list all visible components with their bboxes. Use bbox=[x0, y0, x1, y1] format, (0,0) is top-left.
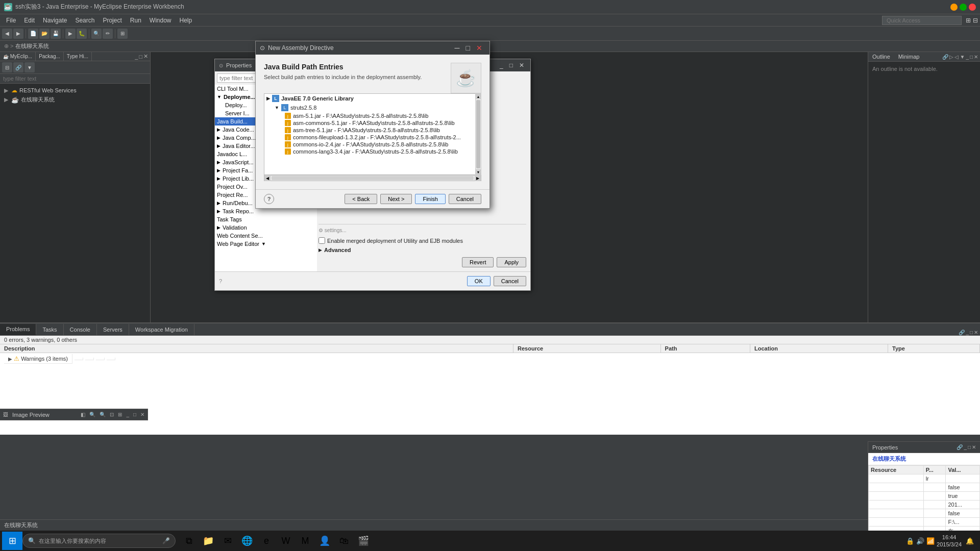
tb-new[interactable]: 📄 bbox=[28, 29, 38, 39]
assembly-help-btn[interactable]: ? bbox=[264, 194, 274, 204]
tb-search[interactable]: 🔍 bbox=[91, 29, 102, 39]
tray-volume-icon[interactable]: 🔊 bbox=[916, 537, 924, 545]
tab-minimap[interactable]: Minimap bbox=[894, 52, 924, 61]
tb-open[interactable]: 📂 bbox=[39, 29, 50, 39]
tb-back[interactable]: ◀ bbox=[2, 29, 12, 39]
link-editor-btn[interactable]: 🔗 bbox=[13, 62, 23, 72]
cancel-assembly-button[interactable]: Cancel bbox=[449, 194, 481, 204]
props-close-btn[interactable]: ✕ bbox=[972, 444, 976, 450]
assembly-minimize-btn[interactable]: ─ bbox=[452, 44, 463, 52]
assembly-maximize-btn[interactable]: □ bbox=[463, 44, 473, 52]
menu-icon-1[interactable]: ⊞ bbox=[966, 17, 971, 24]
apply-button[interactable]: Apply bbox=[497, 257, 526, 267]
taskbar-item-fe[interactable]: 📁 bbox=[199, 532, 217, 550]
properties-close-btn[interactable]: ✕ bbox=[517, 62, 526, 69]
ok-button[interactable]: OK bbox=[467, 276, 491, 286]
ip-btn2[interactable]: 🔍 bbox=[89, 412, 95, 417]
ip-btn1[interactable]: ◧ bbox=[81, 412, 85, 417]
prop-tree-web-page[interactable]: Web Page Editor ▼ bbox=[215, 240, 317, 248]
tb-save[interactable]: 💾 bbox=[51, 29, 61, 39]
tab-problems[interactable]: Problems bbox=[0, 324, 36, 335]
tray-wifi-icon[interactable]: 📶 bbox=[926, 537, 935, 545]
tb-run[interactable]: ▶ bbox=[65, 29, 76, 39]
properties-maximize-btn[interactable]: □ bbox=[507, 62, 515, 69]
start-button[interactable]: ⊞ bbox=[2, 532, 22, 550]
props-maximize-btn[interactable]: □ bbox=[968, 444, 971, 450]
prop-tree-task-tags[interactable]: Task Tags bbox=[215, 215, 317, 223]
taskbar-search[interactable]: 🔍 在这里输入你要搜索的内容 🎤 bbox=[22, 534, 176, 548]
tb-debug[interactable]: 🐛 bbox=[77, 29, 87, 39]
breadcrumb-item-1[interactable]: 在线聊天系统 bbox=[15, 42, 49, 50]
back-button[interactable]: < Back bbox=[345, 194, 377, 204]
menu-window[interactable]: Window bbox=[145, 16, 176, 25]
tab-typehierarchy[interactable]: Type Hi... bbox=[64, 52, 92, 61]
scroll-up-btn[interactable]: ▲ bbox=[476, 94, 481, 99]
next-button[interactable]: Next > bbox=[380, 194, 412, 204]
window-controls[interactable] bbox=[950, 4, 976, 11]
taskbar-item-ie[interactable]: e bbox=[257, 532, 276, 550]
panel-minimize-btn[interactable]: _ bbox=[135, 54, 138, 60]
quick-access-input[interactable] bbox=[882, 16, 962, 25]
menu-file[interactable]: File bbox=[2, 16, 20, 25]
horiz-scroll-right-btn[interactable]: ▶ bbox=[475, 175, 481, 181]
menu-icon-2[interactable]: ⊟ bbox=[973, 17, 978, 24]
menu-edit[interactable]: Edit bbox=[20, 16, 39, 25]
prop-tree-validation[interactable]: ▶ Validation bbox=[215, 223, 317, 232]
horiz-scroll-left-btn[interactable]: ◀ bbox=[264, 175, 271, 181]
tree-item-chat[interactable]: ▶ ☕ 在线聊天系统 bbox=[2, 95, 148, 105]
outline-minimize-btn[interactable]: _ bbox=[966, 54, 969, 60]
outline-close-btn[interactable]: ✕ bbox=[974, 54, 978, 60]
expand-warnings-btn[interactable]: ▶ bbox=[8, 356, 12, 362]
taskbar-item-media[interactable]: 🎬 bbox=[354, 532, 373, 550]
outline-link-btn[interactable]: 🔗 bbox=[942, 54, 948, 60]
menu-project[interactable]: Project bbox=[99, 16, 126, 25]
finish-button[interactable]: Finish bbox=[415, 194, 445, 204]
tb-perspective[interactable]: ⊞ bbox=[117, 29, 128, 39]
ip-maximize-btn[interactable]: □ bbox=[133, 412, 136, 417]
ip-btn3[interactable]: 🔍 bbox=[100, 412, 106, 417]
tray-network-icon[interactable]: 🔒 bbox=[906, 537, 914, 545]
properties-minimize-btn[interactable]: _ bbox=[498, 62, 505, 69]
tree-item-restful[interactable]: ▶ ☁ RESTful Web Services bbox=[2, 86, 148, 95]
outline-back-btn[interactable]: ◁ bbox=[954, 54, 959, 60]
enable-merged-checkbox[interactable] bbox=[318, 237, 325, 244]
taskbar-item-taskview[interactable]: ⧉ bbox=[180, 532, 198, 550]
tab-myeclipse[interactable]: ☕ MyEclip... bbox=[0, 52, 36, 61]
scroll-down-btn[interactable]: ▼ bbox=[476, 169, 481, 174]
minimize-button[interactable] bbox=[950, 4, 958, 11]
menu-navigate[interactable]: Navigate bbox=[39, 16, 71, 25]
tab-package[interactable]: Packag... bbox=[36, 52, 64, 61]
tb-forward[interactable]: ▶ bbox=[13, 29, 23, 39]
left-panel-filter[interactable] bbox=[0, 74, 150, 84]
maximize-button[interactable] bbox=[960, 4, 967, 11]
ip-minimize-btn[interactable]: _ bbox=[126, 412, 129, 417]
revert-button[interactable]: Revert bbox=[462, 257, 494, 267]
horiz-scrollbar[interactable]: ◀ ▶ bbox=[264, 175, 481, 181]
outline-menu-btn[interactable]: ▼ bbox=[960, 54, 965, 60]
system-time[interactable]: 16:44 2015/3/24 bbox=[937, 534, 962, 548]
taskbar-item-me[interactable]: M bbox=[296, 532, 314, 550]
struts-subcategory[interactable]: ▼ L struts2.5.8 bbox=[264, 103, 475, 112]
taskbar-item-word[interactable]: W bbox=[277, 532, 295, 550]
jar-list[interactable]: ▶ L JavaEE 7.0 Generic Library ▼ L strut… bbox=[264, 93, 481, 175]
taskbar-item-user[interactable]: 👤 bbox=[315, 532, 334, 550]
props-minimize-btn[interactable]: _ bbox=[964, 444, 967, 450]
warnings-row[interactable]: ▶ ⚠ Warnings (3 items) bbox=[0, 353, 513, 365]
tab-servers[interactable]: Servers bbox=[97, 324, 129, 335]
props-link-btn[interactable]: 🔗 bbox=[957, 444, 963, 450]
bottom-close-btn[interactable]: ✕ bbox=[974, 330, 978, 335]
jar-list-scrollbar[interactable]: ▲ ▼ bbox=[475, 93, 481, 175]
ip-btn5[interactable]: ⊞ bbox=[118, 412, 122, 417]
panel-maximize-btn[interactable]: □ bbox=[139, 54, 142, 60]
bottom-minimize-btn[interactable]: _ bbox=[966, 330, 969, 335]
bottom-maximize-btn[interactable]: □ bbox=[970, 330, 973, 335]
tab-outline[interactable]: Outline bbox=[868, 52, 894, 61]
ip-close-btn[interactable]: ✕ bbox=[140, 412, 144, 417]
ip-btn4[interactable]: ⊡ bbox=[110, 412, 114, 417]
menu-help[interactable]: Help bbox=[176, 16, 197, 25]
assembly-close-btn[interactable]: ✕ bbox=[473, 44, 485, 52]
panel-close-btn[interactable]: ✕ bbox=[143, 53, 148, 60]
bottom-link-btn[interactable]: 🔗 bbox=[959, 330, 965, 335]
cancel-button[interactable]: Cancel bbox=[494, 276, 526, 286]
tb-refactor[interactable]: ✏ bbox=[103, 29, 113, 39]
